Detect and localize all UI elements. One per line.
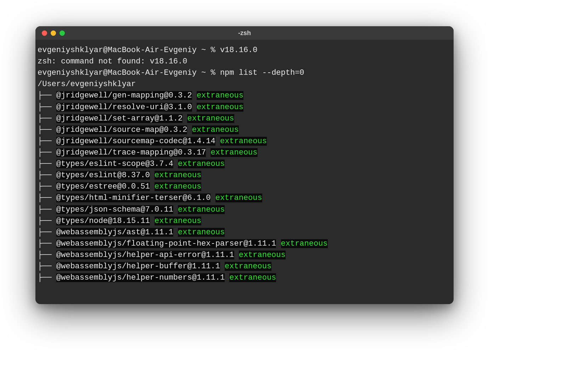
- traffic-lights: [42, 30, 65, 36]
- tree-branch-icon: ├──: [38, 159, 56, 168]
- package-line: ├── @types/estree@0.0.51 extraneous: [38, 181, 451, 192]
- extraneous-label: extraneous: [178, 205, 225, 214]
- package-name: @types/node@18.15.11: [56, 217, 150, 225]
- tree-branch-icon: ├──: [38, 251, 56, 259]
- package-line: ├── @webassemblyjs/helper-buffer@1.11.1 …: [38, 261, 451, 272]
- terminal-window: -zsh evgeniyshklyar@MacBook-Air-Evgeniy …: [35, 26, 454, 304]
- extraneous-label: extraneous: [155, 171, 201, 180]
- extraneous-label: extraneous: [197, 91, 243, 100]
- package-line: ├── @jridgewell/set-array@1.1.2 extraneo…: [38, 113, 451, 124]
- prompt-symbol: %: [211, 46, 215, 55]
- extraneous-label: extraneous: [229, 273, 276, 282]
- package-name: @jridgewell/gen-mapping@0.3.2: [56, 91, 192, 100]
- package-line: ├── @types/node@18.15.11 extraneous: [38, 215, 451, 227]
- extraneous-label: extraneous: [225, 262, 271, 271]
- tree-branch-icon: ├──: [38, 205, 56, 214]
- tree-branch-icon: ├──: [38, 171, 56, 180]
- tree-branch-icon: ├──: [38, 148, 56, 157]
- tree-branch-icon: ├──: [38, 137, 56, 146]
- tree-branch-icon: ├──: [38, 228, 56, 237]
- tree-branch-icon: ├──: [38, 194, 56, 202]
- package-line: ├── @webassemblyjs/ast@1.11.1 extraneous: [38, 227, 451, 238]
- prompt-line-1: evgeniyshklyar@MacBook-Air-Evgeniy ~ % v…: [38, 45, 451, 56]
- prompt-line-2: evgeniyshklyar@MacBook-Air-Evgeniy ~ % n…: [38, 67, 451, 79]
- package-name: @webassemblyjs/helper-buffer@1.11.1: [56, 262, 220, 271]
- tree-branch-icon: ├──: [38, 273, 56, 282]
- package-line: ├── @jridgewell/trace-mapping@0.3.17 ext…: [38, 147, 451, 158]
- tree-branch-icon: ├──: [38, 91, 56, 100]
- titlebar: -zsh: [35, 26, 454, 40]
- prompt-user: evgeniyshklyar: [38, 46, 103, 55]
- minimize-icon[interactable]: [51, 30, 56, 36]
- prompt-host: MacBook-Air-Evgeniy: [108, 68, 197, 77]
- tree-branch-icon: ├──: [38, 125, 56, 134]
- package-name: @types/estree@0.0.51: [56, 182, 150, 191]
- package-line: ├── @jridgewell/sourcemap-codec@1.4.14 e…: [38, 136, 451, 147]
- extraneous-label: extraneous: [155, 217, 201, 225]
- package-line: ├── @jridgewell/gen-mapping@0.3.2 extran…: [38, 90, 451, 101]
- package-line: ├── @webassemblyjs/helper-api-error@1.11…: [38, 250, 451, 261]
- package-name: @webassemblyjs/helper-api-error@1.11.1: [56, 251, 234, 259]
- window-title: -zsh: [35, 29, 454, 37]
- extraneous-label: extraneous: [210, 148, 257, 157]
- package-name: @types/json-schema@7.0.11: [56, 205, 173, 214]
- tree-branch-icon: ├──: [38, 262, 56, 271]
- prompt-symbol: %: [211, 68, 215, 77]
- package-line: ├── @types/eslint@8.37.0 extraneous: [38, 170, 451, 181]
- tree-branch-icon: ├──: [38, 103, 56, 112]
- package-name: @types/eslint@8.37.0: [56, 171, 150, 180]
- extraneous-label: extraneous: [215, 194, 262, 202]
- prompt-host: MacBook-Air-Evgeniy: [108, 46, 197, 55]
- package-name: @jridgewell/trace-mapping@0.3.17: [56, 148, 206, 157]
- prompt-user: evgeniyshklyar: [38, 68, 103, 77]
- package-name: @jridgewell/resolve-uri@3.1.0: [56, 103, 192, 112]
- prompt-dir: ~: [201, 68, 206, 77]
- package-name: @types/html-minifier-terser@6.1.0: [56, 194, 211, 202]
- package-name: @webassemblyjs/floating-point-hex-parser…: [56, 239, 276, 248]
- extraneous-label: extraneous: [220, 137, 267, 146]
- extraneous-label: extraneous: [178, 228, 225, 237]
- extraneous-label: extraneous: [192, 125, 239, 134]
- package-list: ├── @jridgewell/gen-mapping@0.3.2 extran…: [38, 90, 451, 284]
- prompt-dir: ~: [201, 46, 206, 55]
- command-2: npm list --depth=0: [220, 68, 304, 77]
- package-name: @webassemblyjs/ast@1.11.1: [56, 228, 173, 237]
- package-name: @jridgewell/set-array@1.1.2: [56, 114, 182, 123]
- package-line: ├── @webassemblyjs/floating-point-hex-pa…: [38, 238, 451, 250]
- package-line: ├── @jridgewell/resolve-uri@3.1.0 extran…: [38, 102, 451, 113]
- error-line: zsh: command not found: v18.16.0: [38, 56, 451, 67]
- tree-branch-icon: ├──: [38, 182, 56, 191]
- extraneous-label: extraneous: [239, 251, 286, 259]
- tree-branch-icon: ├──: [38, 217, 56, 225]
- path-line: /Users/evgeniyshklyar: [38, 79, 451, 90]
- tree-branch-icon: ├──: [38, 239, 56, 248]
- extraneous-label: extraneous: [155, 182, 201, 191]
- package-name: @types/eslint-scope@3.7.4: [56, 159, 173, 168]
- package-line: ├── @types/html-minifier-terser@6.1.0 ex…: [38, 192, 451, 204]
- package-name: @jridgewell/sourcemap-codec@1.4.14: [56, 137, 215, 146]
- extraneous-label: extraneous: [178, 159, 225, 168]
- zoom-icon[interactable]: [60, 30, 65, 36]
- extraneous-label: extraneous: [197, 103, 243, 112]
- close-icon[interactable]: [42, 30, 47, 36]
- command-1: v18.16.0: [220, 46, 258, 55]
- package-line: ├── @webassemblyjs/helper-numbers@1.11.1…: [38, 272, 451, 284]
- package-line: ├── @types/json-schema@7.0.11 extraneous: [38, 204, 451, 215]
- package-line: ├── @types/eslint-scope@3.7.4 extraneous: [38, 158, 451, 170]
- extraneous-label: extraneous: [187, 114, 234, 123]
- terminal-body[interactable]: evgeniyshklyar@MacBook-Air-Evgeniy ~ % v…: [35, 40, 454, 286]
- tree-branch-icon: ├──: [38, 114, 56, 123]
- package-line: ├── @jridgewell/source-map@0.3.2 extrane…: [38, 124, 451, 136]
- package-name: @jridgewell/source-map@0.3.2: [56, 125, 187, 134]
- package-name: @webassemblyjs/helper-numbers@1.11.1: [56, 273, 225, 282]
- extraneous-label: extraneous: [281, 239, 328, 248]
